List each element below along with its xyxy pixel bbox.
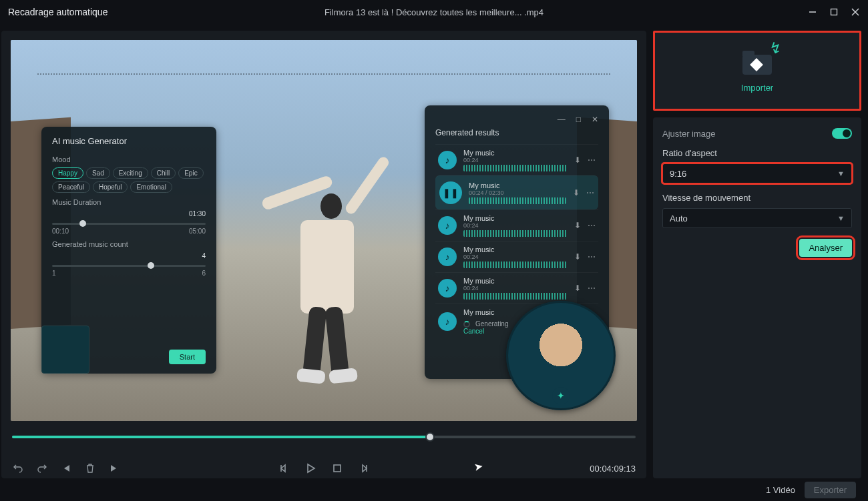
track-time: 00:24 / 02:30 bbox=[469, 189, 566, 196]
track-name: My music bbox=[463, 277, 568, 285]
track-time: 00:24 bbox=[463, 222, 568, 229]
track-row[interactable]: ♪ My music00:24 ⬇⋯ bbox=[435, 144, 598, 175]
duration-value: 01:30 bbox=[52, 210, 206, 217]
motion-speed-select[interactable]: Auto ▼ bbox=[662, 208, 852, 228]
track-row[interactable]: ♪ My music00:24 ⬇⋯ bbox=[435, 241, 598, 272]
music-note-icon: ♪ bbox=[438, 151, 457, 169]
more-icon[interactable]: ⋯ bbox=[588, 252, 596, 262]
count-slider[interactable] bbox=[52, 265, 206, 267]
duration-min: 00:10 bbox=[52, 227, 69, 235]
chevron-down-icon: ▼ bbox=[837, 169, 845, 177]
panel-maximize-icon[interactable]: □ bbox=[576, 115, 581, 124]
video-preview[interactable]: AI music Generator Mood Happy Sad Exciti… bbox=[11, 40, 637, 421]
color-swatch bbox=[41, 326, 89, 374]
download-icon[interactable]: ⬇ bbox=[573, 188, 580, 197]
mood-chip[interactable]: Exciting bbox=[113, 167, 148, 179]
generating-label: Generating bbox=[475, 320, 508, 328]
motion-speed-value: Auto bbox=[670, 213, 688, 223]
count-max: 6 bbox=[202, 270, 206, 277]
aspect-ratio-label: Ratio d'aspect bbox=[662, 148, 852, 158]
panel-close-icon[interactable]: ✕ bbox=[592, 115, 598, 124]
track-row[interactable]: ❚❚ My music00:24 / 02:30 ⬇⋯ bbox=[435, 175, 598, 209]
maximize-button[interactable] bbox=[829, 7, 839, 17]
close-button[interactable] bbox=[851, 7, 860, 17]
duration-label: Music Duration bbox=[52, 198, 206, 206]
mood-label: Mood bbox=[52, 155, 206, 163]
track-time: 00:24 bbox=[463, 285, 568, 292]
mood-chip[interactable]: Epic bbox=[178, 167, 203, 179]
undo-icon[interactable] bbox=[12, 462, 24, 474]
download-icon[interactable]: ⬇ bbox=[574, 252, 581, 262]
aspect-ratio-value: 9:16 bbox=[670, 169, 686, 179]
aspect-ratio-select[interactable]: 9:16 ▼ bbox=[662, 163, 852, 183]
mood-chip[interactable]: Sad bbox=[86, 167, 110, 179]
download-icon[interactable]: ⬇ bbox=[574, 155, 581, 165]
duration-max: 05:00 bbox=[189, 227, 206, 235]
step-forward-icon[interactable] bbox=[358, 462, 370, 474]
svg-rect-1 bbox=[831, 9, 837, 15]
motion-speed-label: Vitesse de mouvement bbox=[662, 193, 852, 203]
window-title: Recadrage automatique bbox=[8, 7, 107, 17]
redo-icon[interactable] bbox=[36, 462, 48, 474]
delete-icon[interactable] bbox=[84, 462, 96, 474]
track-time: 00:24 bbox=[463, 254, 568, 260]
download-icon[interactable]: ⬇ bbox=[574, 284, 581, 293]
track-name: My music bbox=[463, 214, 568, 222]
music-note-icon: ♪ bbox=[438, 247, 457, 266]
mood-chip[interactable]: Hopeful bbox=[93, 181, 128, 193]
timecode: 00:04:09:13 bbox=[590, 464, 636, 474]
next-clip-icon[interactable] bbox=[108, 462, 120, 474]
settings-panel: Ajuster image Ratio d'aspect 9:16 ▼ Vite… bbox=[653, 117, 861, 478]
import-folder-icon: ↯ bbox=[738, 49, 776, 76]
stop-icon[interactable] bbox=[331, 462, 343, 474]
count-label: Generated music count bbox=[52, 240, 206, 248]
duration-slider[interactable] bbox=[52, 223, 206, 225]
mood-chip[interactable]: Peaceful bbox=[52, 181, 90, 193]
adjust-image-toggle[interactable] bbox=[832, 128, 852, 139]
minimize-button[interactable] bbox=[808, 7, 817, 17]
mood-chip[interactable]: Chill bbox=[151, 167, 176, 179]
panel-minimize-icon[interactable]: — bbox=[558, 115, 566, 124]
more-icon[interactable]: ⋯ bbox=[588, 221, 596, 230]
spinner-icon bbox=[463, 321, 470, 328]
filmora-logo-icon: ✦ bbox=[552, 387, 570, 404]
track-name: My music bbox=[469, 181, 566, 189]
start-button[interactable]: Start bbox=[169, 350, 206, 364]
more-icon[interactable]: ⋯ bbox=[586, 188, 594, 197]
count-value: 4 bbox=[52, 252, 206, 260]
adjust-image-label: Ajuster image bbox=[662, 129, 715, 139]
file-title: Filmora 13 est là ! Découvrez toutes les… bbox=[0, 7, 868, 17]
mood-chip[interactable]: Happy bbox=[52, 167, 83, 179]
video-subject bbox=[274, 140, 381, 387]
track-row[interactable]: ♪ My music00:24 ⬇⋯ bbox=[435, 272, 598, 304]
pause-icon[interactable]: ❚❚ bbox=[439, 181, 462, 204]
music-note-icon: ♪ bbox=[438, 279, 457, 298]
track-time: 00:24 bbox=[463, 157, 568, 163]
download-icon[interactable]: ⬇ bbox=[574, 221, 581, 230]
track-row[interactable]: ♪ My music00:24 ⬇⋯ bbox=[435, 209, 598, 241]
analyse-button[interactable]: Analyser bbox=[799, 239, 852, 257]
svg-rect-5 bbox=[334, 465, 341, 472]
video-count: 1 Vidéo bbox=[766, 485, 795, 495]
more-icon[interactable]: ⋯ bbox=[588, 155, 596, 165]
timeline[interactable] bbox=[12, 430, 636, 444]
mood-chip[interactable]: Emotional bbox=[130, 181, 172, 193]
ai-music-generator-panel: AI music Generator Mood Happy Sad Exciti… bbox=[41, 127, 216, 374]
track-name: My music bbox=[463, 245, 568, 254]
music-note-icon: ♪ bbox=[438, 216, 457, 235]
track-name: My music bbox=[463, 149, 568, 157]
panel-title: AI music Generator bbox=[52, 136, 206, 146]
count-min: 1 bbox=[52, 270, 56, 277]
import-label: Importer bbox=[741, 83, 773, 93]
chevron-down-icon: ▼ bbox=[837, 214, 845, 222]
music-note-icon: ♪ bbox=[438, 312, 457, 331]
preview-panel: AI music Generator Mood Happy Sad Exciti… bbox=[1, 31, 646, 478]
import-button[interactable]: ↯ Importer bbox=[653, 31, 861, 111]
more-icon[interactable]: ⋯ bbox=[588, 284, 596, 293]
play-icon[interactable] bbox=[304, 462, 316, 474]
presenter-avatar: ✦ bbox=[506, 301, 616, 410]
results-title: Generated results bbox=[435, 128, 598, 137]
step-back-icon[interactable] bbox=[278, 462, 290, 474]
export-button[interactable]: Exporter bbox=[805, 482, 856, 498]
prev-clip-icon[interactable] bbox=[60, 462, 72, 474]
